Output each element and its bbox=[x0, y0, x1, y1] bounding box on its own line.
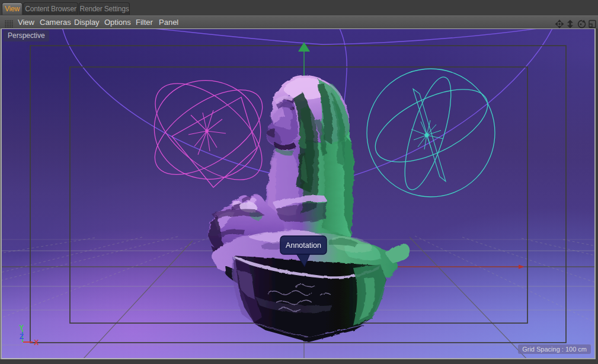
svg-text:Z: Z bbox=[20, 333, 24, 341]
svg-text:Y: Y bbox=[19, 324, 24, 332]
svg-text:X: X bbox=[34, 339, 39, 347]
svg-text:Annotation: Annotation bbox=[286, 241, 321, 250]
